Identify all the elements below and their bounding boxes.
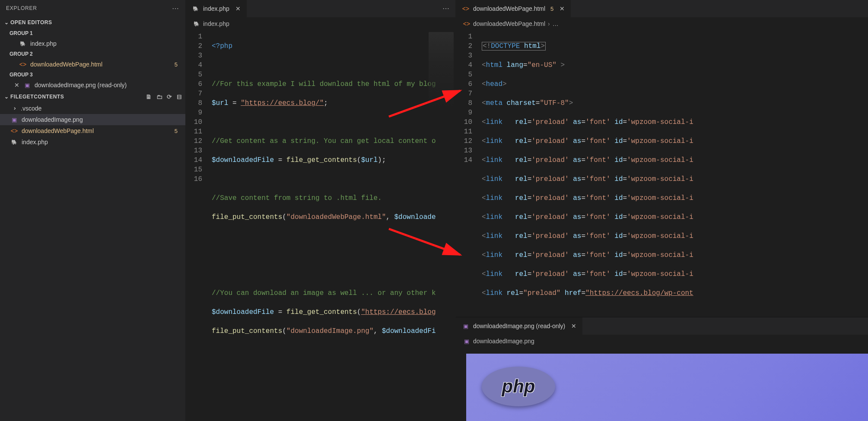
gutter: 12345678 910111213141516 xyxy=(186,30,208,421)
modified-badge: 5 xyxy=(550,6,553,12)
php-icon: 🐘 xyxy=(193,20,200,28)
explorer-more-icon[interactable]: ⋯ xyxy=(172,4,179,13)
project-label: FILEGETCONTENTS xyxy=(10,94,64,100)
refresh-icon[interactable]: ⟳ xyxy=(167,93,172,100)
breadcrumb-more: … xyxy=(553,20,559,27)
tab-bar-2: <> downloadedWebPage.html 5 ✕ xyxy=(456,0,868,17)
modified-badge: 5 xyxy=(175,128,178,134)
breadcrumb-3[interactable]: ▣ downloadedImage.png xyxy=(456,335,868,348)
tab-bar-3: ▣ downloadedImage.png (read-only) ✕ xyxy=(456,317,868,335)
file-name: downloadedWebPage.html xyxy=(22,127,94,134)
tab-label: downloadedWebPage.html xyxy=(473,5,545,12)
editor-pane-2: <> downloadedWebPage.html 5 ✕ <> downloa… xyxy=(456,0,868,421)
image-preview[interactable]: php FORCE FILE DOWNLOAD xyxy=(466,354,868,421)
editor-pane-image: ▣ downloadedImage.png (read-only) ✕ ▣ do… xyxy=(456,317,868,421)
close-icon[interactable]: ✕ xyxy=(235,5,241,12)
html-icon: <> xyxy=(462,5,470,13)
php-icon: 🐘 xyxy=(192,5,200,13)
editor-panes: 🐘 index.php ✕ ⋯ 🐘 index.php 12345678 910… xyxy=(186,0,868,421)
editor-pane-html: <> downloadedWebPage.html 5 ✕ <> downloa… xyxy=(456,0,868,317)
open-editors-label: OPEN EDITORS xyxy=(10,19,52,25)
new-folder-icon[interactable]: 🗀 xyxy=(156,93,163,100)
breadcrumb-2[interactable]: <> downloadedWebPage.html › … xyxy=(456,17,868,30)
breadcrumb-text: downloadedImage.png xyxy=(473,338,534,345)
html-icon: <> xyxy=(463,20,471,28)
editor-group-3-label: GROUP 3 xyxy=(0,70,185,79)
open-editor-downloadedimage[interactable]: ✕ ▣ downloadedImage.png (read-only) xyxy=(0,79,185,91)
explorer-header: EXPLORER ⋯ xyxy=(0,0,185,16)
file-downloadedimage[interactable]: ▣ downloadedImage.png xyxy=(0,114,185,125)
code-body[interactable]: <?php //For this example I will download… xyxy=(208,30,455,421)
html-icon: <> xyxy=(19,60,27,68)
code-editor-1[interactable]: 12345678 910111213141516 <?php //For thi… xyxy=(186,30,455,421)
code-editor-2[interactable]: 1234567 891011121314 <!DOCTYPE html> <ht… xyxy=(456,30,868,317)
php-icon: 🐘 xyxy=(19,40,27,47)
image-icon: ▣ xyxy=(23,81,31,89)
gutter: 1234567 891011121314 xyxy=(456,30,478,317)
project-header[interactable]: ⌄ FILEGETCONTENTS 🗎 🗀 ⟳ ⊟ xyxy=(0,91,185,103)
chevron-right-icon: ⌄ xyxy=(10,105,17,111)
file-name: downloadedImage.png xyxy=(22,116,83,123)
open-editor-downloadedwebpage[interactable]: <> downloadedWebPage.html 5 xyxy=(0,59,185,70)
folder-vscode[interactable]: ⌄ .vscode xyxy=(0,103,185,114)
editor-group-1-label: GROUP 1 xyxy=(0,28,185,38)
open-editors-header[interactable]: ⌄ OPEN EDITORS xyxy=(0,16,185,28)
file-name: index.php xyxy=(22,139,48,146)
explorer-title: EXPLORER xyxy=(6,5,37,11)
tab-label: downloadedImage.png (read-only) xyxy=(473,323,565,329)
open-editor-filename: index.php xyxy=(30,40,57,47)
open-editor-filename: downloadedImage.png (read-only) xyxy=(35,82,127,89)
breadcrumb-text: index.php xyxy=(203,20,229,27)
php-icon: 🐘 xyxy=(10,138,18,146)
breadcrumb-1[interactable]: 🐘 index.php xyxy=(186,17,455,30)
open-editor-filename: downloadedWebPage.html xyxy=(30,61,102,68)
close-icon[interactable]: ✕ xyxy=(14,82,20,89)
php-logo-icon: php xyxy=(482,367,555,406)
editor-pane-1: 🐘 index.php ✕ ⋯ 🐘 index.php 12345678 910… xyxy=(186,0,456,421)
chevron-down-icon: ⌄ xyxy=(3,19,10,25)
new-file-icon[interactable]: 🗎 xyxy=(146,93,152,100)
tab-index-php[interactable]: 🐘 index.php ✕ xyxy=(186,0,247,17)
minimap[interactable] xyxy=(429,32,454,110)
code-body[interactable]: <!DOCTYPE html> <html lang="en-US" > <he… xyxy=(478,30,868,317)
editor-group-2-label: GROUP 2 xyxy=(0,49,185,59)
chevron-down-icon: ⌄ xyxy=(3,94,10,100)
file-index-php[interactable]: 🐘 index.php xyxy=(0,136,185,148)
image-icon: ▣ xyxy=(10,116,18,123)
collapse-icon[interactable]: ⊟ xyxy=(177,93,182,100)
open-editor-index-php[interactable]: 🐘 index.php xyxy=(0,38,185,49)
file-downloadedwebpage[interactable]: <> downloadedWebPage.html 5 xyxy=(0,125,185,136)
project-actions: 🗎 🗀 ⟳ ⊟ xyxy=(146,93,182,100)
tab-more-icon[interactable]: ⋯ xyxy=(442,4,449,13)
tab-label: index.php xyxy=(203,5,229,12)
folder-name: .vscode xyxy=(21,105,41,112)
close-icon[interactable]: ✕ xyxy=(571,323,576,329)
php-logo-text: php xyxy=(502,376,535,397)
image-icon: ▣ xyxy=(462,322,470,330)
modified-badge: 5 xyxy=(175,61,178,68)
close-icon[interactable]: ✕ xyxy=(560,5,565,12)
explorer-sidebar: EXPLORER ⋯ ⌄ OPEN EDITORS GROUP 1 🐘 inde… xyxy=(0,0,186,421)
tab-downloadedimage[interactable]: ▣ downloadedImage.png (read-only) ✕ xyxy=(456,317,583,335)
image-icon: ▣ xyxy=(463,337,471,345)
tab-bar-1: 🐘 index.php ✕ ⋯ xyxy=(186,0,455,17)
html-icon: <> xyxy=(10,127,18,135)
tab-downloadedwebpage[interactable]: <> downloadedWebPage.html 5 ✕ xyxy=(456,0,571,17)
breadcrumb-text: downloadedWebPage.html xyxy=(473,20,545,27)
